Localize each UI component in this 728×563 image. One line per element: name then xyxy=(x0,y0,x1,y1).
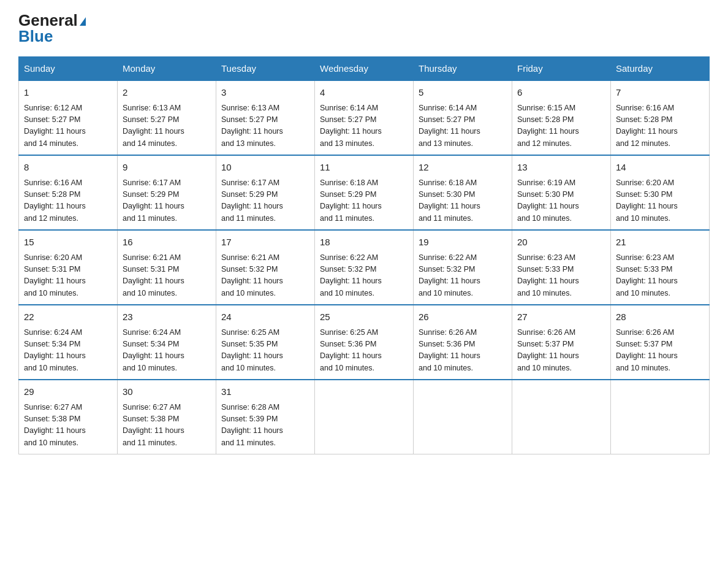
day-info: Sunrise: 6:22 AM Sunset: 5:32 PM Dayligh… xyxy=(320,252,408,300)
calendar-day-cell: 30Sunrise: 6:27 AM Sunset: 5:38 PM Dayli… xyxy=(118,380,216,454)
day-number: 29 xyxy=(24,385,112,399)
day-info: Sunrise: 6:24 AM Sunset: 5:34 PM Dayligh… xyxy=(123,327,211,375)
calendar-week-row: 1Sunrise: 6:12 AM Sunset: 5:27 PM Daylig… xyxy=(19,80,710,155)
calendar-day-cell: 16Sunrise: 6:21 AM Sunset: 5:31 PM Dayli… xyxy=(118,230,216,305)
logo-blue-text: Blue xyxy=(18,28,53,44)
day-info: Sunrise: 6:21 AM Sunset: 5:32 PM Dayligh… xyxy=(221,252,309,300)
day-number: 27 xyxy=(517,310,605,324)
calendar-day-cell: 19Sunrise: 6:22 AM Sunset: 5:32 PM Dayli… xyxy=(414,230,512,305)
day-info: Sunrise: 6:20 AM Sunset: 5:30 PM Dayligh… xyxy=(616,177,704,225)
calendar-day-cell: 12Sunrise: 6:18 AM Sunset: 5:30 PM Dayli… xyxy=(414,155,512,230)
day-info: Sunrise: 6:23 AM Sunset: 5:33 PM Dayligh… xyxy=(517,252,605,300)
day-number: 25 xyxy=(320,310,408,324)
calendar-day-cell: 26Sunrise: 6:26 AM Sunset: 5:36 PM Dayli… xyxy=(414,305,512,380)
calendar-day-cell: 1Sunrise: 6:12 AM Sunset: 5:27 PM Daylig… xyxy=(19,80,118,155)
header-monday: Monday xyxy=(118,57,216,81)
calendar-day-cell: 13Sunrise: 6:19 AM Sunset: 5:30 PM Dayli… xyxy=(512,155,611,230)
day-info: Sunrise: 6:18 AM Sunset: 5:30 PM Dayligh… xyxy=(419,177,507,225)
day-number: 11 xyxy=(320,161,408,175)
calendar-day-cell: 9Sunrise: 6:17 AM Sunset: 5:29 PM Daylig… xyxy=(118,155,216,230)
calendar-day-cell xyxy=(315,380,414,454)
day-number: 28 xyxy=(616,310,704,324)
calendar-day-cell: 15Sunrise: 6:20 AM Sunset: 5:31 PM Dayli… xyxy=(19,230,118,305)
day-number: 14 xyxy=(616,161,704,175)
day-number: 8 xyxy=(24,161,112,175)
day-info: Sunrise: 6:21 AM Sunset: 5:31 PM Dayligh… xyxy=(123,252,211,300)
day-info: Sunrise: 6:17 AM Sunset: 5:29 PM Dayligh… xyxy=(221,177,309,225)
day-number: 31 xyxy=(221,385,309,399)
calendar-day-cell: 6Sunrise: 6:15 AM Sunset: 5:28 PM Daylig… xyxy=(512,80,611,155)
day-info: Sunrise: 6:14 AM Sunset: 5:27 PM Dayligh… xyxy=(320,102,408,150)
calendar-day-cell: 5Sunrise: 6:14 AM Sunset: 5:27 PM Daylig… xyxy=(414,80,512,155)
day-info: Sunrise: 6:15 AM Sunset: 5:28 PM Dayligh… xyxy=(517,102,605,150)
calendar-day-cell: 22Sunrise: 6:24 AM Sunset: 5:34 PM Dayli… xyxy=(19,305,118,380)
calendar-day-cell xyxy=(512,380,611,454)
calendar-day-cell: 23Sunrise: 6:24 AM Sunset: 5:34 PM Dayli… xyxy=(118,305,216,380)
day-number: 5 xyxy=(419,86,507,100)
day-info: Sunrise: 6:24 AM Sunset: 5:34 PM Dayligh… xyxy=(24,327,112,375)
calendar-day-cell: 24Sunrise: 6:25 AM Sunset: 5:35 PM Dayli… xyxy=(216,305,315,380)
calendar-week-row: 8Sunrise: 6:16 AM Sunset: 5:28 PM Daylig… xyxy=(19,155,710,230)
header-tuesday: Tuesday xyxy=(216,57,315,81)
day-info: Sunrise: 6:26 AM Sunset: 5:37 PM Dayligh… xyxy=(616,327,704,375)
day-number: 9 xyxy=(123,161,211,175)
calendar-day-cell: 14Sunrise: 6:20 AM Sunset: 5:30 PM Dayli… xyxy=(611,155,710,230)
day-info: Sunrise: 6:27 AM Sunset: 5:38 PM Dayligh… xyxy=(123,402,211,450)
day-number: 21 xyxy=(616,236,704,250)
day-number: 30 xyxy=(123,385,211,399)
day-info: Sunrise: 6:19 AM Sunset: 5:30 PM Dayligh… xyxy=(517,177,605,225)
calendar-week-row: 22Sunrise: 6:24 AM Sunset: 5:34 PM Dayli… xyxy=(19,305,710,380)
day-info: Sunrise: 6:13 AM Sunset: 5:27 PM Dayligh… xyxy=(123,102,211,150)
calendar-day-cell xyxy=(414,380,512,454)
day-info: Sunrise: 6:18 AM Sunset: 5:29 PM Dayligh… xyxy=(320,177,408,225)
day-info: Sunrise: 6:25 AM Sunset: 5:35 PM Dayligh… xyxy=(221,327,309,375)
header-saturday: Saturday xyxy=(611,57,710,81)
calendar-day-cell: 27Sunrise: 6:26 AM Sunset: 5:37 PM Dayli… xyxy=(512,305,611,380)
calendar-week-row: 29Sunrise: 6:27 AM Sunset: 5:38 PM Dayli… xyxy=(19,380,710,454)
calendar-week-row: 15Sunrise: 6:20 AM Sunset: 5:31 PM Dayli… xyxy=(19,230,710,305)
calendar-day-cell: 18Sunrise: 6:22 AM Sunset: 5:32 PM Dayli… xyxy=(315,230,414,305)
day-number: 22 xyxy=(24,310,112,324)
calendar-day-cell: 31Sunrise: 6:28 AM Sunset: 5:39 PM Dayli… xyxy=(216,380,315,454)
header-friday: Friday xyxy=(512,57,611,81)
day-number: 19 xyxy=(419,236,507,250)
day-info: Sunrise: 6:25 AM Sunset: 5:36 PM Dayligh… xyxy=(320,327,408,375)
day-number: 16 xyxy=(123,236,211,250)
calendar-header-row: SundayMondayTuesdayWednesdayThursdayFrid… xyxy=(19,57,710,81)
calendar-day-cell: 2Sunrise: 6:13 AM Sunset: 5:27 PM Daylig… xyxy=(118,80,216,155)
day-number: 4 xyxy=(320,86,408,100)
day-info: Sunrise: 6:16 AM Sunset: 5:28 PM Dayligh… xyxy=(616,102,704,150)
day-number: 3 xyxy=(221,86,309,100)
day-info: Sunrise: 6:26 AM Sunset: 5:36 PM Dayligh… xyxy=(419,327,507,375)
calendar-day-cell: 10Sunrise: 6:17 AM Sunset: 5:29 PM Dayli… xyxy=(216,155,315,230)
calendar-day-cell: 17Sunrise: 6:21 AM Sunset: 5:32 PM Dayli… xyxy=(216,230,315,305)
logo-triangle-icon xyxy=(80,17,86,26)
day-number: 2 xyxy=(123,86,211,100)
day-info: Sunrise: 6:26 AM Sunset: 5:37 PM Dayligh… xyxy=(517,327,605,375)
day-number: 23 xyxy=(123,310,211,324)
calendar-day-cell: 21Sunrise: 6:23 AM Sunset: 5:33 PM Dayli… xyxy=(611,230,710,305)
day-number: 7 xyxy=(616,86,704,100)
day-info: Sunrise: 6:23 AM Sunset: 5:33 PM Dayligh… xyxy=(616,252,704,300)
day-info: Sunrise: 6:17 AM Sunset: 5:29 PM Dayligh… xyxy=(123,177,211,225)
calendar-day-cell: 28Sunrise: 6:26 AM Sunset: 5:37 PM Dayli… xyxy=(611,305,710,380)
calendar-day-cell: 8Sunrise: 6:16 AM Sunset: 5:28 PM Daylig… xyxy=(19,155,118,230)
day-info: Sunrise: 6:16 AM Sunset: 5:28 PM Dayligh… xyxy=(24,177,112,225)
day-number: 20 xyxy=(517,236,605,250)
day-info: Sunrise: 6:22 AM Sunset: 5:32 PM Dayligh… xyxy=(419,252,507,300)
header-wednesday: Wednesday xyxy=(315,57,414,81)
day-number: 26 xyxy=(419,310,507,324)
calendar-day-cell: 25Sunrise: 6:25 AM Sunset: 5:36 PM Dayli… xyxy=(315,305,414,380)
day-number: 12 xyxy=(419,161,507,175)
header-sunday: Sunday xyxy=(19,57,118,81)
calendar-table: SundayMondayTuesdayWednesdayThursdayFrid… xyxy=(18,56,710,454)
day-number: 13 xyxy=(517,161,605,175)
header-thursday: Thursday xyxy=(414,57,512,81)
calendar-day-cell xyxy=(611,380,710,454)
day-info: Sunrise: 6:27 AM Sunset: 5:38 PM Dayligh… xyxy=(24,402,112,450)
calendar-day-cell: 4Sunrise: 6:14 AM Sunset: 5:27 PM Daylig… xyxy=(315,80,414,155)
day-number: 1 xyxy=(24,86,112,100)
calendar-day-cell: 20Sunrise: 6:23 AM Sunset: 5:33 PM Dayli… xyxy=(512,230,611,305)
logo-general-text: General xyxy=(18,12,78,28)
calendar-day-cell: 29Sunrise: 6:27 AM Sunset: 5:38 PM Dayli… xyxy=(19,380,118,454)
